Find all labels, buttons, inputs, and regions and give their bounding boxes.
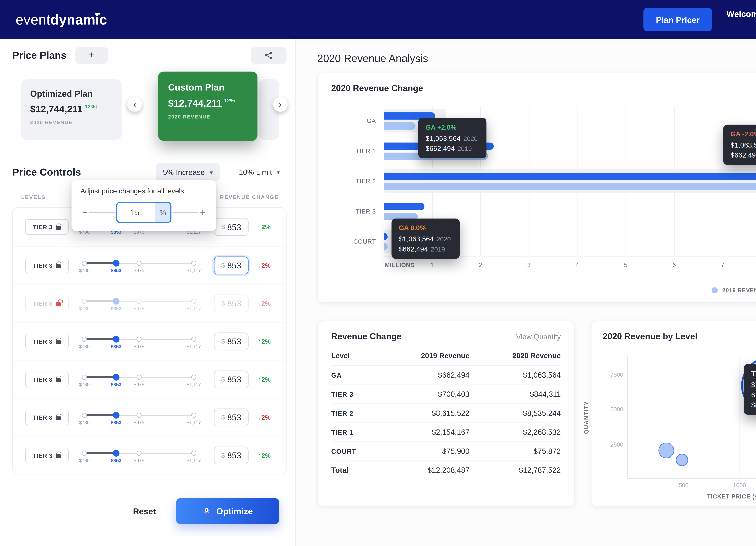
price-slider[interactable]: $780$853$975$1,117 bbox=[84, 330, 194, 353]
navbar: eventdynamic Plan Pricer Welcome, Shaher… bbox=[0, 0, 756, 39]
level-pill[interactable]: TIER 3 bbox=[25, 371, 69, 387]
price-input[interactable]: $ 853 bbox=[214, 370, 249, 388]
plan-card-optimized[interactable]: Optimized Plan $12,744,211 12%↑ 2020 REV… bbox=[21, 79, 122, 140]
slider-handle[interactable] bbox=[113, 336, 119, 342]
slider-tick-label: $780 bbox=[79, 420, 90, 425]
slider-handle[interactable] bbox=[113, 450, 119, 456]
bar-category-label: TIER 1 bbox=[331, 147, 376, 154]
slider-tick-label: $780 bbox=[79, 267, 90, 273]
bar-2020[interactable] bbox=[384, 203, 425, 210]
share-button[interactable] bbox=[251, 47, 287, 64]
legend-item[interactable]: 2019 REVENUE bbox=[712, 287, 756, 294]
x-axis-tick: 1 bbox=[430, 261, 434, 268]
currency-prefix: $ bbox=[221, 261, 225, 269]
carousel-next-button[interactable]: › bbox=[273, 97, 288, 112]
price-slider[interactable]: $780$853$975$1,117 bbox=[84, 368, 194, 391]
arrow-down-icon: ↓ bbox=[257, 299, 261, 307]
slider-tick bbox=[137, 299, 142, 304]
chevron-right-icon: › bbox=[279, 99, 282, 109]
app-logo: eventdynamic bbox=[16, 11, 107, 28]
revenue-bubble[interactable] bbox=[676, 454, 688, 466]
level-label: TIER 3 bbox=[33, 452, 53, 459]
table-cell: $75,900 bbox=[378, 442, 469, 461]
slider-track-fill bbox=[84, 262, 116, 264]
lock-icon[interactable] bbox=[56, 454, 61, 458]
price-slider[interactable]: $780$853$975$1,117 bbox=[84, 444, 194, 466]
optimize-button[interactable]: Optimize bbox=[176, 498, 279, 524]
levels-column-label: LEVELS bbox=[21, 194, 46, 200]
slider-handle[interactable] bbox=[113, 412, 119, 418]
percent-input[interactable]: 15 % bbox=[116, 202, 171, 223]
price-rows-list: TIER 3 $780$853$975$1,117 $ 853 ↑2% TIER… bbox=[12, 207, 287, 474]
table-column-header: 2020 Revenue bbox=[469, 346, 561, 366]
decrease-button[interactable]: − bbox=[80, 207, 89, 217]
slider-track-fill bbox=[84, 300, 116, 302]
x-axis-label: TICKET PRICE ($) bbox=[628, 493, 756, 500]
slider-handle[interactable] bbox=[113, 259, 119, 266]
view-quantity-link[interactable]: View Quantity bbox=[516, 332, 561, 341]
reset-button[interactable]: Reset bbox=[133, 506, 156, 516]
slider-handle[interactable] bbox=[113, 374, 119, 380]
tooltip-2019-row: $662,4942019 bbox=[399, 245, 452, 253]
slider-tick bbox=[137, 337, 142, 342]
increase-button[interactable]: + bbox=[198, 207, 207, 217]
level-pill[interactable]: TIER 3 bbox=[25, 409, 69, 425]
price-input[interactable]: $ 853 bbox=[214, 218, 249, 236]
lock-icon[interactable] bbox=[56, 226, 61, 230]
app: eventdynamic Plan Pricer Welcome, Shaher… bbox=[0, 0, 756, 546]
revenue-bubble[interactable] bbox=[658, 443, 674, 458]
revenue-delta: ↓2% bbox=[257, 413, 271, 421]
price-slider[interactable]: $780$853$975$1,117 bbox=[84, 292, 194, 315]
level-pill[interactable]: TIER 3 bbox=[25, 334, 69, 349]
table-cell: $8,615,522 bbox=[378, 404, 469, 423]
welcome-text: Welcome, Shaheryar Ajmal bbox=[727, 9, 756, 18]
price-input[interactable]: $ 853 bbox=[214, 256, 249, 274]
chevron-down-icon: ▾ bbox=[277, 169, 280, 175]
arrow-down-icon: ↓ bbox=[257, 413, 261, 421]
slider-tick bbox=[137, 260, 142, 265]
tooltip-2020-row: $1,063,5642020 bbox=[399, 235, 452, 243]
plan-pricer-button[interactable]: Plan Pricer bbox=[644, 8, 712, 31]
level-pill[interactable]: TIER 3 bbox=[25, 296, 69, 311]
x-axis-tick: 5 bbox=[624, 261, 627, 268]
add-plan-button[interactable]: + bbox=[75, 47, 108, 64]
price-input[interactable]: $ 853 bbox=[214, 332, 249, 350]
level-pill[interactable]: TIER 3 bbox=[25, 257, 69, 273]
plan-revenue: $12,744,211 12%↑ bbox=[168, 98, 248, 109]
bar-2020[interactable] bbox=[384, 173, 756, 180]
level-pill[interactable]: TIER 3 bbox=[25, 219, 69, 235]
unlock-icon[interactable] bbox=[56, 302, 61, 306]
carousel-prev-button[interactable]: ‹ bbox=[127, 97, 142, 112]
arrow-up-icon: ↑ bbox=[257, 223, 261, 231]
bar-2019[interactable] bbox=[384, 183, 756, 190]
slider-handle[interactable] bbox=[113, 298, 119, 304]
level-pill[interactable]: TIER 3 bbox=[25, 447, 69, 463]
slider-tick bbox=[82, 412, 87, 417]
stepper-track bbox=[173, 212, 198, 213]
lock-icon[interactable] bbox=[56, 378, 61, 382]
lock-icon[interactable] bbox=[56, 264, 61, 268]
price-slider[interactable]: $780$853$975$1,117 bbox=[84, 406, 194, 428]
price-input[interactable]: $ 853 bbox=[214, 408, 249, 426]
price-row: TIER 3 $780$853$975$1,117 $ 853 ↓2% bbox=[13, 284, 286, 322]
slider-tick bbox=[137, 451, 142, 456]
chart-legend: 2019 REVENUE 2020 REVENUE bbox=[712, 287, 756, 294]
slider-tick-label: $975 bbox=[134, 381, 144, 387]
price-slider[interactable]: $780$853$975$1,117 bbox=[84, 254, 194, 276]
lock-icon[interactable] bbox=[56, 416, 61, 420]
plan-card-custom[interactable]: Custom Plan $12,744,211 12%↑ 2020 REVENU… bbox=[158, 72, 257, 141]
price-input[interactable]: $ 853 bbox=[214, 294, 249, 312]
revenue-delta: ↑2% bbox=[257, 337, 271, 345]
limit-select[interactable]: 10% Limit ▾ bbox=[239, 163, 280, 181]
table-cell: TIER 1 bbox=[331, 423, 378, 442]
table-header-row: Level2019 Revenue2020 Revenue bbox=[331, 346, 561, 366]
currency-prefix: $ bbox=[221, 299, 225, 307]
lock-icon[interactable] bbox=[56, 340, 61, 344]
slider-tick bbox=[82, 260, 87, 265]
tooltip-revenue-row: $8,535,244Revenue bbox=[751, 401, 756, 409]
price-input[interactable]: $ 853 bbox=[214, 446, 249, 464]
increase-select[interactable]: 5% Increase ▾ bbox=[156, 163, 220, 181]
price-row: TIER 3 $780$853$975$1,117 $ 853 ↑2% bbox=[13, 322, 286, 360]
bar-2019[interactable] bbox=[384, 122, 416, 130]
slider-tick bbox=[137, 412, 142, 417]
